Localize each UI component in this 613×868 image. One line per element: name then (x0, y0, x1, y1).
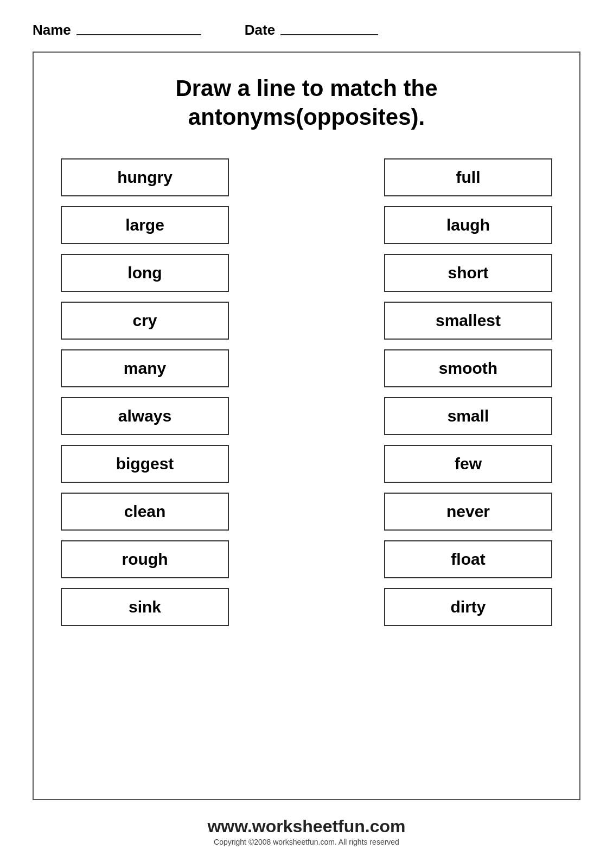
right-word-3: smallest (384, 302, 552, 340)
right-word-6: few (384, 445, 552, 483)
date-line (280, 25, 378, 35)
footer-url: www.worksheetfun.com (33, 816, 580, 837)
date-field: Date (245, 22, 378, 39)
page: Name Date Draw a line to match the anton… (0, 0, 613, 868)
name-line (76, 25, 201, 35)
right-word-8: float (384, 540, 552, 578)
right-word-7: never (384, 493, 552, 531)
left-word-4: many (61, 349, 229, 387)
right-word-5: small (384, 397, 552, 435)
main-box: Draw a line to match the antonyms(opposi… (33, 52, 580, 800)
left-word-8: rough (61, 540, 229, 578)
right-word-2: short (384, 254, 552, 292)
right-column: fulllaughshortsmallestsmoothsmallfewneve… (384, 158, 552, 626)
date-label: Date (245, 22, 275, 39)
worksheet-title: Draw a line to match the antonyms(opposi… (61, 74, 552, 131)
right-word-4: smooth (384, 349, 552, 387)
words-container: hungrylargelongcrymanyalwaysbiggestclean… (61, 158, 552, 626)
header-row: Name Date (33, 22, 580, 39)
left-word-7: clean (61, 493, 229, 531)
left-word-3: cry (61, 302, 229, 340)
left-word-9: sink (61, 588, 229, 626)
right-word-1: laugh (384, 206, 552, 244)
left-word-2: long (61, 254, 229, 292)
footer: www.worksheetfun.com Copyright ©2008 wor… (33, 816, 580, 846)
left-word-6: biggest (61, 445, 229, 483)
left-word-5: always (61, 397, 229, 435)
left-column: hungrylargelongcrymanyalwaysbiggestclean… (61, 158, 229, 626)
footer-copyright: Copyright ©2008 worksheetfun.com. All ri… (33, 838, 580, 846)
left-word-1: large (61, 206, 229, 244)
right-word-9: dirty (384, 588, 552, 626)
right-word-0: full (384, 158, 552, 196)
left-word-0: hungry (61, 158, 229, 196)
name-field: Name (33, 22, 201, 39)
name-label: Name (33, 22, 71, 39)
